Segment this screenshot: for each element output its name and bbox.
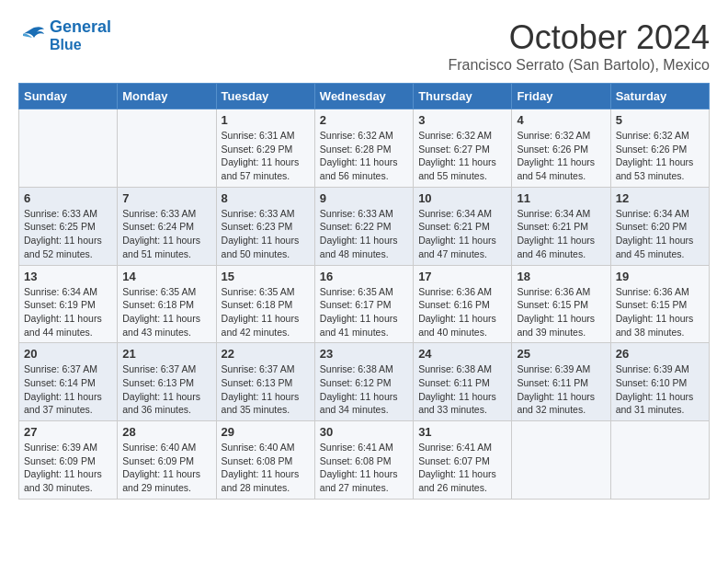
day-number: 6: [24, 191, 112, 205]
calendar-cell: 15 Sunrise: 6:35 AM Sunset: 6:18 PM Dayl…: [216, 265, 314, 343]
calendar-cell: 5 Sunrise: 6:32 AM Sunset: 6:26 PM Dayli…: [610, 109, 709, 188]
day-info: Sunrise: 6:35 AM Sunset: 6:18 PM Dayligh…: [222, 285, 310, 339]
day-info: Sunrise: 6:40 AM Sunset: 6:08 PM Dayligh…: [222, 441, 310, 495]
day-info: Sunrise: 6:32 AM Sunset: 6:27 PM Dayligh…: [418, 129, 506, 183]
calendar-cell: 31 Sunrise: 6:41 AM Sunset: 6:07 PM Dayl…: [414, 421, 512, 500]
day-number: 22: [222, 347, 310, 361]
calendar-cell: 12 Sunrise: 6:34 AM Sunset: 6:20 PM Dayl…: [610, 187, 709, 265]
day-number: 14: [122, 270, 210, 283]
day-number: 27: [24, 425, 112, 439]
weekday-header-saturday: Saturday: [610, 84, 709, 109]
day-number: 2: [320, 113, 408, 127]
calendar-cell: 27 Sunrise: 6:39 AM Sunset: 6:09 PM Dayl…: [19, 421, 118, 500]
day-info: Sunrise: 6:33 AM Sunset: 6:22 PM Dayligh…: [320, 207, 408, 261]
weekday-header-friday: Friday: [512, 84, 610, 109]
day-info: Sunrise: 6:39 AM Sunset: 6:11 PM Dayligh…: [517, 362, 605, 417]
day-number: 3: [418, 113, 506, 127]
day-info: Sunrise: 6:35 AM Sunset: 6:18 PM Dayligh…: [122, 285, 210, 339]
calendar-week-row: 1 Sunrise: 6:31 AM Sunset: 6:29 PM Dayli…: [19, 109, 710, 188]
calendar-cell: [512, 421, 610, 500]
calendar-cell: 13 Sunrise: 6:34 AM Sunset: 6:19 PM Dayl…: [19, 265, 118, 343]
logo-text: General Blue: [50, 18, 111, 52]
calendar-cell: 18 Sunrise: 6:36 AM Sunset: 6:15 PM Dayl…: [512, 265, 610, 343]
day-number: 16: [320, 270, 408, 283]
calendar-cell: [19, 109, 118, 188]
day-number: 11: [517, 191, 605, 205]
calendar-cell: 20 Sunrise: 6:37 AM Sunset: 6:14 PM Dayl…: [19, 343, 118, 421]
day-number: 5: [616, 113, 704, 127]
day-number: 23: [320, 347, 408, 361]
day-number: 12: [616, 191, 704, 205]
calendar-cell: 2 Sunrise: 6:32 AM Sunset: 6:28 PM Dayli…: [314, 109, 413, 188]
day-number: 30: [320, 425, 408, 439]
day-number: 26: [616, 347, 704, 361]
calendar-cell: [118, 109, 216, 188]
calendar-header-row: SundayMondayTuesdayWednesdayThursdayFrid…: [19, 84, 710, 109]
weekday-header-sunday: Sunday: [19, 84, 118, 109]
calendar-cell: [610, 421, 709, 500]
day-number: 17: [418, 270, 506, 283]
day-info: Sunrise: 6:39 AM Sunset: 6:09 PM Dayligh…: [24, 441, 112, 495]
calendar-table: SundayMondayTuesdayWednesdayThursdayFrid…: [18, 83, 710, 500]
weekday-header-tuesday: Tuesday: [216, 84, 314, 109]
day-number: 8: [222, 191, 310, 205]
calendar-cell: 21 Sunrise: 6:37 AM Sunset: 6:13 PM Dayl…: [118, 343, 216, 421]
calendar-week-row: 27 Sunrise: 6:39 AM Sunset: 6:09 PM Dayl…: [19, 421, 710, 500]
day-info: Sunrise: 6:31 AM Sunset: 6:29 PM Dayligh…: [222, 129, 310, 183]
page-header: General Blue October 2024 Francisco Serr…: [18, 18, 710, 74]
day-number: 9: [320, 191, 408, 205]
calendar-cell: 14 Sunrise: 6:35 AM Sunset: 6:18 PM Dayl…: [118, 265, 216, 343]
day-number: 15: [222, 270, 310, 283]
weekday-header-monday: Monday: [118, 84, 216, 109]
calendar-cell: 19 Sunrise: 6:36 AM Sunset: 6:15 PM Dayl…: [610, 265, 709, 343]
calendar-cell: 23 Sunrise: 6:38 AM Sunset: 6:12 PM Dayl…: [314, 343, 413, 421]
day-info: Sunrise: 6:36 AM Sunset: 6:16 PM Dayligh…: [418, 285, 506, 339]
day-info: Sunrise: 6:32 AM Sunset: 6:26 PM Dayligh…: [616, 129, 704, 183]
day-info: Sunrise: 6:34 AM Sunset: 6:21 PM Dayligh…: [418, 207, 506, 261]
calendar-week-row: 6 Sunrise: 6:33 AM Sunset: 6:25 PM Dayli…: [19, 187, 710, 265]
month-title: October 2024: [448, 18, 710, 57]
day-info: Sunrise: 6:32 AM Sunset: 6:26 PM Dayligh…: [517, 129, 605, 183]
day-number: 18: [517, 270, 605, 283]
day-info: Sunrise: 6:37 AM Sunset: 6:13 PM Dayligh…: [222, 362, 310, 417]
calendar-cell: 28 Sunrise: 6:40 AM Sunset: 6:09 PM Dayl…: [118, 421, 216, 500]
day-number: 10: [418, 191, 506, 205]
calendar-cell: 11 Sunrise: 6:34 AM Sunset: 6:21 PM Dayl…: [512, 187, 610, 265]
day-number: 24: [418, 347, 506, 361]
day-info: Sunrise: 6:38 AM Sunset: 6:12 PM Dayligh…: [320, 362, 408, 417]
title-area: October 2024 Francisco Serrato (San Bart…: [448, 18, 710, 74]
day-number: 25: [517, 347, 605, 361]
calendar-cell: 3 Sunrise: 6:32 AM Sunset: 6:27 PM Dayli…: [414, 109, 512, 188]
day-info: Sunrise: 6:34 AM Sunset: 6:20 PM Dayligh…: [616, 207, 704, 261]
weekday-header-thursday: Thursday: [414, 84, 512, 109]
calendar-cell: 10 Sunrise: 6:34 AM Sunset: 6:21 PM Dayl…: [414, 187, 512, 265]
calendar-body: 1 Sunrise: 6:31 AM Sunset: 6:29 PM Dayli…: [19, 109, 710, 500]
day-info: Sunrise: 6:39 AM Sunset: 6:10 PM Dayligh…: [616, 362, 704, 417]
day-info: Sunrise: 6:37 AM Sunset: 6:14 PM Dayligh…: [24, 362, 112, 417]
day-info: Sunrise: 6:32 AM Sunset: 6:28 PM Dayligh…: [320, 129, 408, 183]
day-number: 19: [616, 270, 704, 283]
calendar-cell: 26 Sunrise: 6:39 AM Sunset: 6:10 PM Dayl…: [610, 343, 709, 421]
calendar-cell: 24 Sunrise: 6:38 AM Sunset: 6:11 PM Dayl…: [414, 343, 512, 421]
day-info: Sunrise: 6:35 AM Sunset: 6:17 PM Dayligh…: [320, 285, 408, 339]
day-info: Sunrise: 6:38 AM Sunset: 6:11 PM Dayligh…: [418, 362, 506, 417]
calendar-week-row: 20 Sunrise: 6:37 AM Sunset: 6:14 PM Dayl…: [19, 343, 710, 421]
calendar-cell: 7 Sunrise: 6:33 AM Sunset: 6:24 PM Dayli…: [118, 187, 216, 265]
calendar-cell: 17 Sunrise: 6:36 AM Sunset: 6:16 PM Dayl…: [414, 265, 512, 343]
logo-icon: [18, 25, 46, 47]
calendar-cell: 4 Sunrise: 6:32 AM Sunset: 6:26 PM Dayli…: [512, 109, 610, 188]
calendar-cell: 25 Sunrise: 6:39 AM Sunset: 6:11 PM Dayl…: [512, 343, 610, 421]
weekday-header-wednesday: Wednesday: [314, 84, 413, 109]
day-number: 31: [418, 425, 506, 439]
day-number: 29: [222, 425, 310, 439]
day-number: 4: [517, 113, 605, 127]
calendar-cell: 22 Sunrise: 6:37 AM Sunset: 6:13 PM Dayl…: [216, 343, 314, 421]
day-info: Sunrise: 6:34 AM Sunset: 6:21 PM Dayligh…: [517, 207, 605, 261]
day-info: Sunrise: 6:40 AM Sunset: 6:09 PM Dayligh…: [122, 441, 210, 495]
day-number: 13: [24, 270, 112, 283]
day-info: Sunrise: 6:33 AM Sunset: 6:23 PM Dayligh…: [222, 207, 310, 261]
day-number: 7: [122, 191, 210, 205]
calendar-cell: 29 Sunrise: 6:40 AM Sunset: 6:08 PM Dayl…: [216, 421, 314, 500]
day-info: Sunrise: 6:41 AM Sunset: 6:07 PM Dayligh…: [418, 441, 506, 495]
day-info: Sunrise: 6:36 AM Sunset: 6:15 PM Dayligh…: [616, 285, 704, 339]
